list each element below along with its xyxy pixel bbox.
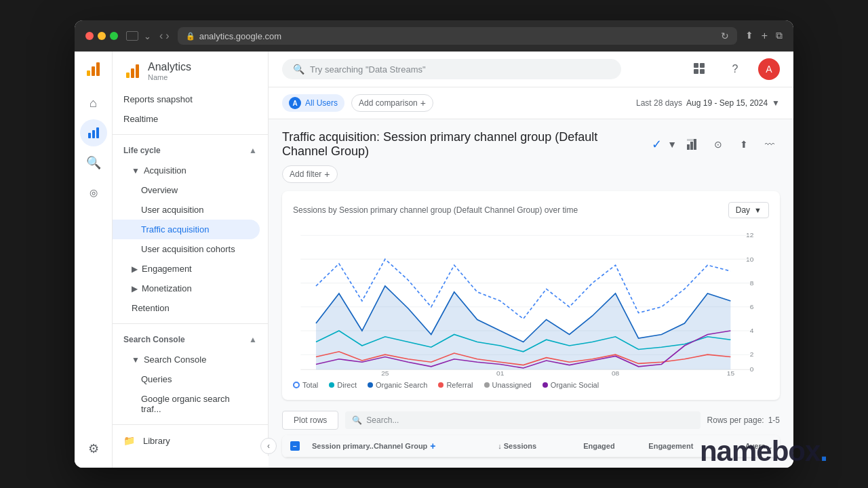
legend-total[interactable]: Total — [293, 381, 318, 389]
share-icon[interactable]: ⬆ — [745, 30, 753, 42]
header-col-sessions[interactable]: ↓ Sessions — [463, 442, 536, 450]
forward-arrow-icon[interactable]: › — [165, 30, 169, 42]
sidebar-item-user-acquisition[interactable]: User acquisition — [113, 200, 260, 220]
search-console-section-header[interactable]: Search Console ▲ — [113, 329, 268, 350]
sidebar-divider-2 — [113, 323, 268, 324]
refresh-icon[interactable]: ↻ — [721, 30, 729, 41]
col-sessions-label: ↓ Sessions — [498, 442, 536, 450]
sidebar-item-organic-search[interactable]: Google organic search traf... — [113, 389, 260, 419]
svg-rect-8 — [136, 64, 139, 78]
filter-icon[interactable]: ⊙ — [708, 134, 728, 155]
browser-chrome: ⌄ ‹ › 🔒 analytics.google.com ↻ ⬆ + ⧉ — [75, 20, 793, 52]
legend-organic-social[interactable]: Organic Social — [542, 381, 599, 389]
minimize-button[interactable] — [98, 32, 106, 40]
sidebar-item-realtime[interactable]: Realtime — [113, 109, 260, 129]
legend-direct[interactable]: Direct — [329, 381, 357, 389]
legend-direct-icon — [329, 382, 334, 388]
nav-arrows: ‹ › — [159, 30, 170, 42]
chart-type-icon[interactable] — [682, 134, 703, 155]
library-label: Library — [143, 436, 170, 446]
help-button[interactable]: ? — [723, 57, 747, 81]
table-search-placeholder: Search... — [366, 415, 399, 425]
all-users-segment[interactable]: A All Users — [282, 94, 344, 112]
search-icon: 🔍 — [293, 64, 304, 75]
address-bar[interactable]: 🔒 analytics.google.com ↻ — [178, 27, 737, 45]
title-chevron-icon[interactable]: ▼ — [667, 139, 677, 150]
chart-header: Sessions by Session primary channel grou… — [293, 202, 769, 218]
share-chart-icon[interactable]: ⬆ — [734, 134, 754, 155]
sidebar-item-overview[interactable]: Overview — [113, 180, 260, 200]
sidebar-item-reports-snapshot[interactable]: Reports snapshot — [113, 89, 260, 109]
sidebar-item-engagement[interactable]: ▶ Engagement — [113, 259, 260, 279]
table-search[interactable]: 🔍 Search... — [345, 411, 700, 429]
analytics-header[interactable]: Analytics Name — [113, 57, 268, 89]
library-folder-icon: 📁 — [123, 435, 135, 446]
analytics-logo-nav[interactable] — [81, 57, 106, 81]
header-checkbox[interactable]: − — [290, 441, 307, 451]
rows-per-page: Rows per page: 1-5 — [707, 415, 780, 425]
legend-organic-search[interactable]: Organic Search — [368, 381, 427, 389]
sidebar-item-queries[interactable]: Queries — [113, 369, 260, 389]
header-col-average[interactable]: Avera... — [698, 442, 772, 450]
legend-referral-icon — [438, 382, 443, 388]
sidebar-item-retention[interactable]: Retention — [113, 298, 260, 318]
nav-explore-icon[interactable]: 🔍 — [80, 149, 107, 176]
dimension-add-icon[interactable]: + — [430, 441, 435, 451]
svg-rect-9 — [694, 63, 698, 68]
sidebar-item-search-console[interactable]: ▼ Search Console — [113, 350, 260, 369]
plot-rows-button[interactable]: Plot rows — [282, 411, 338, 430]
legend-organic-search-label: Organic Search — [376, 381, 427, 389]
date-range-selector[interactable]: Last 28 days Aug 19 - Sep 15, 2024 ▼ — [636, 98, 780, 108]
day-selector[interactable]: Day ▼ — [728, 202, 769, 218]
nav-advertising-icon[interactable]: ◎ — [80, 179, 107, 206]
tab-grid-icon[interactable]: ⧉ — [776, 30, 783, 42]
search-box[interactable]: 🔍 Try searching "Data Streams" — [282, 59, 621, 79]
sidebar-item-cohorts[interactable]: User acquisition cohorts — [113, 239, 260, 259]
new-tab-icon[interactable]: + — [762, 30, 768, 42]
chart-section: Traffic acquisition: Session primary cha… — [269, 119, 793, 411]
sidebar-item-monetization[interactable]: ▶ Monetization — [113, 279, 260, 298]
nav-settings-icon[interactable]: ⚙ — [80, 435, 107, 462]
legend-referral[interactable]: Referral — [438, 381, 473, 389]
insights-icon[interactable]: 〰 — [760, 134, 780, 155]
add-comparison-button[interactable]: Add comparison + — [351, 94, 433, 112]
browser-content: ⌂ 🔍 ◎ ⚙ — [75, 52, 793, 468]
realtime-label: Realtime — [123, 114, 158, 124]
nav-reports-icon[interactable] — [80, 119, 107, 146]
rows-label: Rows per page: — [707, 415, 764, 425]
queries-label: Queries — [141, 374, 172, 384]
url-text: analytics.google.com — [199, 31, 281, 41]
lifecycle-section-header[interactable]: Life cycle ▲ — [113, 140, 268, 161]
header-col-engaged[interactable]: Engaged — [542, 442, 615, 450]
analytics-title: Analytics — [148, 61, 191, 73]
grid-menu-button[interactable] — [688, 57, 712, 81]
sidebar-item-acquisition[interactable]: ▼ Acquisition — [113, 161, 260, 180]
cohorts-label: User acquisition cohorts — [141, 244, 235, 254]
organic-search-label: Google organic search traf... — [141, 394, 249, 414]
legend-referral-label: Referral — [446, 381, 473, 389]
top-actions: ? A — [688, 57, 780, 81]
acquisition-arrow-icon: ▼ — [132, 166, 140, 176]
avatar[interactable]: A — [758, 58, 780, 80]
window-controls: ⌄ — [126, 31, 151, 41]
sidebar-item-library[interactable]: 📁 Library — [113, 430, 260, 451]
sidebar-item-traffic-acquisition[interactable]: Traffic acquisition — [113, 220, 260, 239]
engagement-label: Engagement — [142, 264, 192, 274]
add-filter-button[interactable]: Add filter + — [282, 165, 338, 183]
date-label: Last 28 days — [636, 98, 682, 108]
svg-rect-14 — [690, 142, 693, 150]
left-nav: ⌂ 🔍 ◎ ⚙ — [75, 52, 113, 468]
svg-text:8: 8 — [750, 279, 754, 287]
legend-unassigned[interactable]: Unassigned — [484, 381, 532, 389]
back-arrow-icon[interactable]: ‹ — [159, 30, 163, 42]
close-button[interactable] — [85, 32, 94, 40]
legend-total-icon — [293, 382, 300, 388]
sidebar-collapse-button[interactable]: ‹ — [260, 438, 277, 454]
nav-home-icon[interactable]: ⌂ — [80, 89, 107, 117]
header-col-engagement[interactable]: Engagement — [620, 442, 694, 450]
maximize-button[interactable] — [110, 32, 118, 40]
svg-text:4: 4 — [750, 327, 754, 334]
sidebar-toggle-icon[interactable] — [126, 31, 138, 41]
sidebar-wrapper: Analytics Name Reports snapshot Realtime… — [113, 52, 269, 468]
header-col-dimension[interactable]: Session primary..Channel Group + — [312, 441, 458, 451]
